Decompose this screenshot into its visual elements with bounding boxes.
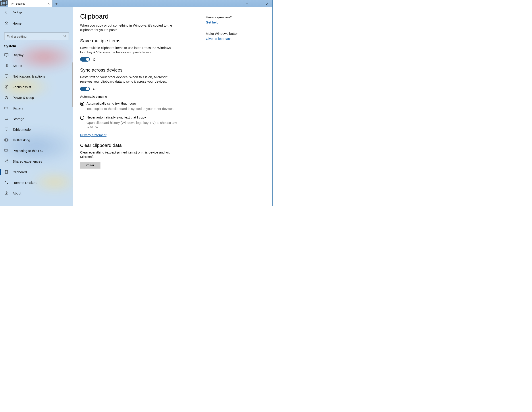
sync-toggle-state: On	[93, 87, 97, 91]
save-desc: Save multiple clipboard items to use lat…	[80, 46, 175, 55]
svg-point-4	[64, 35, 66, 37]
sync-heading: Sync across devices	[80, 67, 199, 73]
search-input[interactable]	[7, 35, 63, 38]
question-heading: Have a question?	[206, 15, 259, 19]
sync-desc: Paste text on your other devices. When t…	[80, 75, 175, 84]
page-intro: When you copy or cut something in Window…	[80, 23, 175, 32]
clear-heading: Clear clipboard data	[80, 143, 199, 148]
svg-rect-8	[5, 107, 8, 109]
radio-icon	[80, 116, 84, 120]
home-icon	[4, 21, 9, 25]
tab-settings[interactable]: Settings ✕	[8, 0, 52, 7]
display-icon	[4, 53, 9, 57]
svg-rect-3	[256, 3, 258, 5]
app-title: Settings	[13, 11, 22, 14]
search-icon	[63, 35, 66, 38]
shared-icon	[4, 159, 9, 164]
new-tab-button[interactable]	[52, 0, 60, 7]
main-content: Clipboard When you copy or cut something…	[73, 7, 206, 206]
radio-never-sync-hint: Open clipboard history (Windows logo key…	[86, 121, 180, 128]
svg-rect-1	[2, 0, 7, 5]
svg-point-13	[5, 161, 6, 162]
svg-rect-12	[5, 149, 7, 151]
radio-auto-sync-hint: Text copied to the clipboard is synced t…	[86, 107, 180, 110]
close-button[interactable]	[262, 0, 272, 7]
feedback-link[interactable]: Give us feedback	[206, 37, 259, 40]
save-toggle-state: On	[93, 58, 97, 61]
radio-icon	[80, 102, 84, 106]
titlebar: Settings ✕	[0, 0, 272, 7]
save-heading: Save multiple items	[80, 38, 199, 43]
privacy-link[interactable]: Privacy statement	[80, 133, 106, 137]
sync-toggle[interactable]	[80, 87, 90, 91]
svg-point-14	[7, 160, 8, 161]
save-toggle[interactable]	[80, 57, 90, 62]
sound-icon	[4, 63, 9, 68]
nav-focus[interactable]: Focus assist	[0, 81, 73, 92]
notifications-icon	[4, 74, 9, 78]
remote-icon	[4, 180, 9, 185]
nav-clipboard[interactable]: Clipboard	[0, 167, 73, 177]
focus-icon	[4, 85, 9, 89]
page-title: Clipboard	[80, 13, 199, 20]
sidebar: Settings Home System Display Sound Notif…	[0, 7, 73, 206]
power-icon	[4, 95, 9, 100]
maximize-button[interactable]	[252, 0, 262, 7]
svg-point-15	[7, 162, 8, 163]
svg-rect-0	[1, 1, 6, 6]
radio-auto-sync-label: Automatically sync text that I copy	[86, 101, 137, 105]
taskview-icon[interactable]	[0, 0, 8, 7]
projecting-icon	[4, 148, 9, 153]
minimize-button[interactable]	[242, 0, 252, 7]
nav-projecting[interactable]: Projecting to this PC	[0, 145, 73, 156]
clipboard-icon	[4, 170, 9, 174]
about-icon	[4, 191, 9, 195]
nav-notifications[interactable]: Notifications & actions	[0, 71, 73, 81]
get-help-link[interactable]: Get help	[206, 20, 259, 24]
battery-icon	[4, 106, 9, 110]
nav-shared[interactable]: Shared experiences	[0, 156, 73, 167]
search-box[interactable]	[4, 33, 69, 40]
nav-display[interactable]: Display	[0, 50, 73, 60]
nav-sound[interactable]: Sound	[0, 60, 73, 71]
clear-desc: Clear everything (except pinned items) o…	[80, 150, 175, 159]
svg-rect-6	[5, 75, 8, 77]
nav-remote[interactable]: Remote Desktop	[0, 177, 73, 188]
aside: Have a question? Get help Make Windows b…	[206, 7, 263, 206]
nav-home[interactable]: Home	[0, 18, 73, 29]
svg-rect-5	[5, 54, 8, 56]
back-button[interactable]	[2, 9, 10, 16]
radio-auto-sync[interactable]: Automatically sync text that I copy	[80, 101, 199, 106]
nav-about[interactable]: About	[0, 188, 73, 198]
tab-close-icon[interactable]: ✕	[47, 2, 50, 5]
nav-power[interactable]: Power & sleep	[0, 92, 73, 103]
feedback-heading: Make Windows better	[206, 32, 259, 35]
nav-storage[interactable]: Storage	[0, 113, 73, 124]
storage-icon	[4, 117, 9, 121]
nav-battery[interactable]: Battery	[0, 103, 73, 113]
radio-never-sync[interactable]: Never automatically sync text that I cop…	[80, 115, 199, 120]
clear-button[interactable]: Clear	[80, 162, 100, 168]
radio-never-sync-label: Never automatically sync text that I cop…	[86, 115, 146, 119]
sidebar-scrollbar[interactable]	[72, 62, 73, 107]
multitasking-icon	[4, 138, 9, 142]
svg-point-10	[7, 119, 8, 119]
svg-point-2	[12, 3, 13, 4]
category-header: System	[0, 42, 73, 49]
auto-sync-label: Automatic syncing	[80, 95, 199, 98]
tablet-icon	[4, 127, 9, 132]
tab-title: Settings	[16, 2, 45, 5]
nav-multitasking[interactable]: Multitasking	[0, 135, 73, 145]
nav-tablet[interactable]: Tablet mode	[0, 124, 73, 135]
gear-icon	[10, 2, 14, 6]
